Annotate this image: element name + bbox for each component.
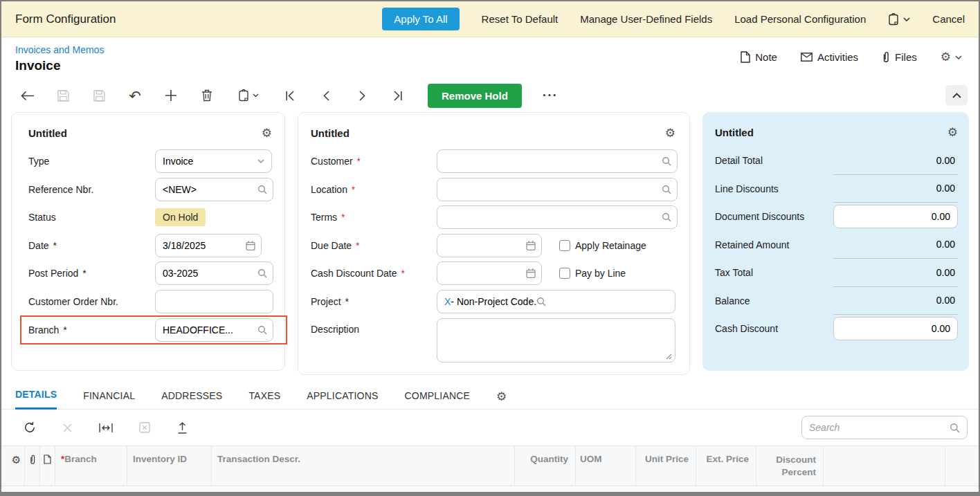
cancel-button[interactable]: Cancel (932, 13, 965, 25)
column-header-inventory-id[interactable]: Inventory ID (127, 446, 212, 486)
branch-label: Branch (28, 324, 59, 336)
back-button[interactable] (19, 88, 35, 103)
document-discounts-input[interactable] (833, 205, 958, 228)
column-header-quantity[interactable]: Quantity (515, 446, 576, 486)
search-icon[interactable] (662, 156, 671, 166)
search-icon[interactable] (662, 185, 671, 194)
field-row-customer-order-nbr: Customer Order Nbr. (28, 288, 272, 316)
calendar-icon[interactable] (526, 268, 536, 279)
total-row-retained-amount: Retained Amount 0.00 (715, 231, 958, 259)
calendar-icon[interactable] (246, 240, 255, 250)
form-configuration-window: Form Configuration Apply To All Reset To… (0, 0, 980, 496)
search-icon[interactable] (257, 325, 267, 335)
files-button[interactable]: Files (882, 51, 917, 63)
reset-to-default-button[interactable]: Reset To Default (482, 13, 559, 25)
clipboard-menu-button[interactable] (888, 13, 910, 26)
go-last-button[interactable] (390, 88, 406, 103)
chevron-down-icon (903, 17, 910, 21)
column-header-uom[interactable]: UOM (576, 446, 636, 486)
detail-total-label: Detail Total (715, 155, 833, 166)
config-bar-title: Form Configuration (15, 12, 116, 26)
apply-to-all-button[interactable]: Apply To All (382, 8, 459, 30)
copy-paste-menu-button[interactable] (235, 88, 262, 103)
tab-applications[interactable]: APPLICATIONS (307, 390, 378, 409)
grid-settings-gear-icon[interactable]: ⚙ (8, 446, 25, 486)
panel-gear-icon[interactable]: ⚙ (262, 127, 272, 139)
tab-taxes[interactable]: TAXES (248, 390, 280, 409)
config-bar-actions: Apply To All Reset To Default Manage Use… (382, 8, 965, 30)
field-row-due-date: Due Date * Apply Retainage (311, 232, 675, 260)
branch-input[interactable] (155, 318, 273, 342)
load-personal-configuration-button[interactable]: Load Personal Configuration (734, 13, 866, 25)
search-icon[interactable] (662, 212, 671, 222)
note-label: Note (755, 51, 777, 63)
reference-nbr-label: Reference Nbr. (28, 184, 93, 195)
reference-nbr-input[interactable] (155, 178, 273, 201)
gear-icon: ⚙ (941, 51, 951, 63)
go-first-button[interactable] (282, 88, 298, 103)
calendar-icon[interactable] (526, 240, 536, 250)
manage-user-defined-fields-button[interactable]: Manage User-Defined Fields (580, 13, 712, 25)
chevron-up-icon (952, 93, 961, 98)
header-settings-button[interactable]: ⚙ (941, 51, 962, 63)
note-button[interactable]: Note (741, 51, 777, 63)
delete-record-button[interactable] (199, 88, 215, 103)
tab-addresses[interactable]: ADDRESSES (161, 390, 222, 409)
tabs-gear-icon[interactable]: ⚙ (496, 391, 507, 409)
type-select[interactable]: Invoice (155, 149, 272, 173)
column-header-transaction-descr[interactable]: Transaction Descr. (212, 446, 515, 486)
customer-order-nbr-input[interactable] (155, 290, 273, 313)
pay-by-line-checkbox[interactable] (559, 268, 570, 279)
search-icon (950, 423, 960, 433)
go-next-button[interactable] (354, 88, 370, 103)
tab-details[interactable]: DETAILS (15, 389, 57, 410)
column-header-branch[interactable]: *Branch (55, 446, 127, 486)
search-icon[interactable] (257, 185, 267, 194)
field-row-status: Status On Hold (28, 203, 272, 232)
more-actions-button[interactable]: ··· (543, 88, 558, 103)
column-header-discount-percent[interactable]: Discount Percent (756, 446, 824, 486)
undo-button[interactable]: ↶ (127, 88, 143, 103)
refresh-button[interactable] (22, 420, 37, 435)
location-input[interactable] (437, 178, 678, 201)
tab-compliance[interactable]: COMPLIANCE (405, 390, 471, 409)
project-input[interactable]: X - Non-Project Code. (437, 290, 675, 313)
apply-retainage-checkbox[interactable] (559, 240, 570, 251)
grid-search-input[interactable] (809, 422, 950, 433)
panel-document-summary: Untitled ⚙ Type Invoice Reference Nbr. (11, 112, 285, 371)
panel-title: Untitled (715, 127, 754, 138)
delete-row-icon (60, 420, 75, 435)
collapse-summary-button[interactable] (945, 85, 968, 106)
note-icon (741, 51, 750, 63)
project-description: - Non-Project Code. (451, 296, 536, 307)
resize-handle[interactable] (666, 353, 672, 360)
fit-width-button[interactable] (97, 420, 115, 435)
search-icon[interactable] (536, 297, 546, 306)
remove-hold-button[interactable]: Remove Hold (428, 84, 522, 108)
column-header-unit-price[interactable]: Unit Price (636, 446, 696, 486)
envelope-icon (801, 53, 813, 62)
go-previous-button[interactable] (318, 88, 334, 103)
terms-label: Terms (311, 212, 337, 223)
due-date-label: Due Date (311, 240, 352, 251)
terms-input[interactable] (437, 205, 678, 229)
panel-gear-icon[interactable]: ⚙ (947, 127, 958, 138)
panel-customer-info: Untitled ⚙ Customer * Location * (298, 112, 690, 375)
activities-button[interactable]: Activities (801, 51, 858, 63)
description-textarea[interactable] (437, 318, 675, 362)
export-excel-icon (137, 420, 152, 435)
customer-input[interactable] (437, 149, 678, 173)
search-icon[interactable] (257, 268, 267, 278)
add-record-button[interactable] (163, 88, 179, 103)
upload-button[interactable] (174, 420, 190, 435)
panel-gear-icon[interactable]: ⚙ (665, 127, 675, 139)
cash-discount-input[interactable] (833, 317, 958, 340)
column-header-ext-price[interactable]: Ext. Price (696, 446, 756, 486)
post-period-input[interactable] (155, 261, 273, 285)
project-code-link[interactable]: X (444, 296, 451, 307)
grid-empty-area (1, 486, 979, 490)
tab-financial[interactable]: FINANCIAL (83, 390, 135, 409)
pay-by-line-label: Pay by Line (575, 268, 626, 279)
total-row-cash-discount: Cash Discount (715, 315, 958, 343)
grid-toolbar (1, 410, 979, 446)
